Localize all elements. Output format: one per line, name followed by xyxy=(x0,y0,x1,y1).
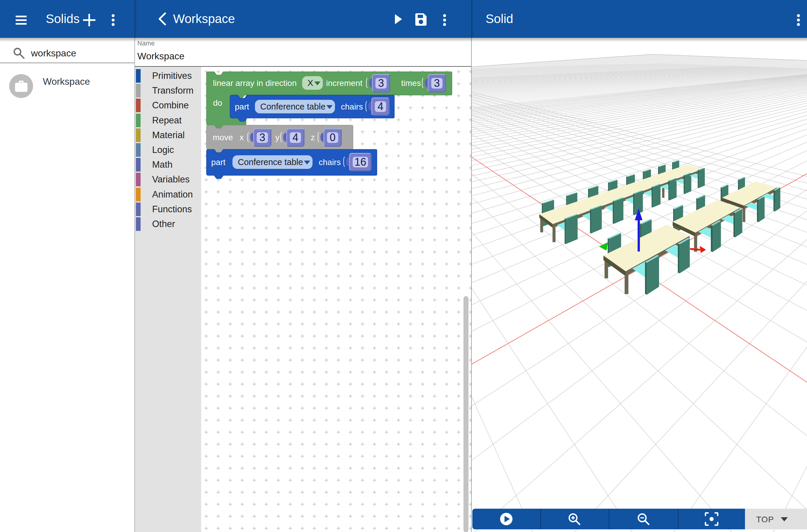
svg-text:X: X xyxy=(308,78,313,88)
svg-text:do: do xyxy=(213,98,222,108)
svg-text:chairs: chairs xyxy=(319,158,341,167)
svg-text:3: 3 xyxy=(259,131,265,144)
svg-text:y: y xyxy=(275,133,279,142)
svg-text:4: 4 xyxy=(378,100,383,113)
svg-text:part: part xyxy=(211,158,225,167)
svg-text:chairs: chairs xyxy=(341,102,363,111)
svg-text:0: 0 xyxy=(330,131,335,144)
svg-text:3: 3 xyxy=(434,77,440,89)
svg-text:part: part xyxy=(235,102,249,111)
svg-text:16: 16 xyxy=(354,156,366,168)
svg-text:3: 3 xyxy=(378,77,384,89)
svg-text:times: times xyxy=(401,78,421,88)
svg-text:z: z xyxy=(311,133,315,142)
svg-text:x: x xyxy=(240,133,244,142)
svg-text:linear array in direction: linear array in direction xyxy=(213,78,297,88)
svg-text:4: 4 xyxy=(292,131,298,144)
svg-text:increment: increment xyxy=(326,78,363,88)
svg-text:Conference table: Conference table xyxy=(238,157,303,167)
svg-text:Conference table: Conference table xyxy=(260,102,326,111)
svg-text:move: move xyxy=(213,133,233,142)
